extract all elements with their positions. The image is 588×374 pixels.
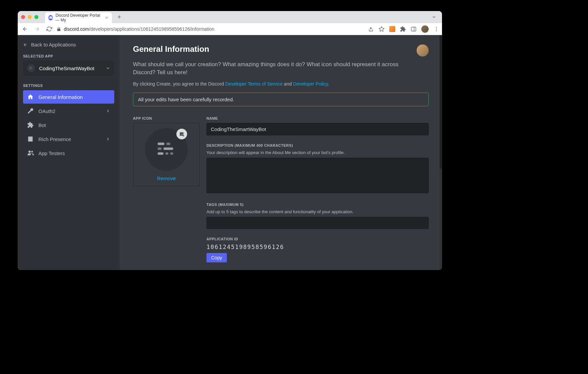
browser-window: Discord Developer Portal — My + discord.… <box>18 11 442 270</box>
save-notice: All your edits have been carefully recor… <box>133 93 429 106</box>
reload-button[interactable] <box>44 24 54 34</box>
tags-label: TAGS (MAXIMUM 5) <box>206 203 429 207</box>
name-input[interactable] <box>206 123 429 135</box>
description-label: DESCRIPTION (MAXIMUM 400 CHARACTERS) <box>206 143 429 147</box>
sidebar-item-label: OAuth2 <box>38 108 55 114</box>
extensions-icon[interactable] <box>400 26 406 32</box>
app-icon-box: Remove <box>133 123 200 186</box>
selected-app-dropdown[interactable]: CodingTheSmartWayBot <box>23 61 114 76</box>
developer-tos-link[interactable]: Developer Terms of Service <box>225 81 283 87</box>
svg-rect-10 <box>163 147 173 150</box>
developer-policy-link[interactable]: Developer Policy <box>293 81 328 87</box>
window-controls <box>21 15 38 19</box>
sidepanel-icon[interactable] <box>411 26 417 32</box>
menu-dots-icon[interactable] <box>433 26 439 32</box>
share-icon[interactable] <box>368 26 374 32</box>
back-to-applications-link[interactable]: Back to Applications <box>23 42 114 47</box>
svg-rect-4 <box>29 67 32 68</box>
svg-rect-7 <box>158 142 164 145</box>
url-field[interactable]: discord.com/developers/applications/1061… <box>56 26 365 32</box>
close-tab-icon[interactable] <box>105 15 109 20</box>
sidebar-item-label: Bot <box>38 122 46 128</box>
page-description: What should we call your creation? What … <box>133 60 420 77</box>
svg-point-1 <box>436 27 437 27</box>
application-id-value: 1061245198958596126 <box>206 244 429 250</box>
arrow-left-icon <box>23 42 28 47</box>
wrench-icon <box>27 108 34 114</box>
chevron-right-icon <box>106 109 110 113</box>
terms-and: and <box>283 81 293 87</box>
svg-rect-0 <box>411 27 416 31</box>
new-tab-button[interactable]: + <box>115 12 124 22</box>
url-path: /developers/applications/106124519895859… <box>89 26 214 32</box>
settings-header: SETTINGS <box>23 84 114 88</box>
upload-image-icon[interactable] <box>176 129 187 139</box>
tags-input[interactable] <box>206 217 429 229</box>
home-icon <box>27 94 34 100</box>
sidebar-item-app-testers[interactable]: App Testers <box>23 146 114 160</box>
sidebar-item-label: General Information <box>38 94 83 100</box>
user-avatar[interactable] <box>417 44 429 56</box>
tags-hint: Add up to 5 tags to describe the content… <box>206 209 429 214</box>
extension-metamask-icon[interactable] <box>389 26 395 32</box>
sidebar: Back to Applications SELECTED APP Coding… <box>18 35 120 270</box>
svg-rect-5 <box>29 68 32 68</box>
svg-rect-12 <box>165 152 168 154</box>
scrollbar-track[interactable] <box>439 35 442 270</box>
bookmark-star-icon[interactable] <box>379 26 385 32</box>
svg-rect-6 <box>29 69 31 69</box>
svg-rect-8 <box>166 142 170 145</box>
application-id-label: APPLICATION ID <box>206 237 429 241</box>
sidebar-item-rich-presence[interactable]: Rich Presence <box>23 132 114 146</box>
document-icon <box>27 136 34 142</box>
sidebar-item-oauth2[interactable]: OAuth2 <box>23 104 114 118</box>
svg-point-2 <box>436 28 437 29</box>
svg-rect-13 <box>170 152 173 154</box>
form-row: APP ICON <box>133 116 429 262</box>
address-bar: discord.com/developers/applications/1061… <box>18 23 442 35</box>
users-icon <box>27 150 34 156</box>
remove-icon-link[interactable]: Remove <box>157 175 176 181</box>
description-hint: Your description will appear in the Abou… <box>206 150 429 155</box>
back-button[interactable] <box>20 24 30 34</box>
scrollbar-thumb[interactable] <box>440 35 442 169</box>
page-title: General Information <box>133 44 209 54</box>
browser-tab[interactable]: Discord Developer Portal — My <box>45 12 112 23</box>
chevron-right-icon <box>106 137 110 141</box>
terms-prefix: By clicking Create, you agree to the Dis… <box>133 81 225 87</box>
app-icon-image <box>155 138 178 161</box>
maximize-window-button[interactable] <box>34 15 38 19</box>
app-icon-thumb <box>27 64 35 72</box>
sidebar-item-bot[interactable]: Bot <box>23 118 114 132</box>
profile-avatar-icon[interactable] <box>421 25 429 33</box>
forward-button[interactable] <box>32 24 42 34</box>
main-content: General Information What should we call … <box>120 35 442 270</box>
tab-dropdown-icon[interactable] <box>429 12 439 22</box>
app-body: Back to Applications SELECTED APP Coding… <box>18 35 442 270</box>
selected-app-name: CodingTheSmartWayBot <box>39 66 102 71</box>
svg-rect-11 <box>158 152 164 154</box>
description-input[interactable] <box>206 158 429 193</box>
terms-period: . <box>328 81 329 87</box>
tab-title: Discord Developer Portal — My <box>55 13 102 22</box>
close-window-button[interactable] <box>21 15 25 19</box>
sidebar-item-label: App Testers <box>38 150 65 156</box>
url-domain: discord.com <box>64 26 89 32</box>
copy-button[interactable]: Copy <box>206 253 227 262</box>
app-icon-preview[interactable] <box>145 128 188 171</box>
tab-strip: Discord Developer Portal — My + <box>18 11 442 23</box>
puzzle-icon <box>27 122 34 128</box>
terms-line: By clicking Create, you agree to the Dis… <box>133 81 429 87</box>
sidebar-item-label: Rich Presence <box>38 136 71 142</box>
name-label: NAME <box>206 116 429 120</box>
sidebar-item-general-information[interactable]: General Information <box>23 90 114 104</box>
address-actions <box>368 25 439 33</box>
svg-point-3 <box>436 30 437 31</box>
discord-favicon-icon <box>48 15 53 20</box>
minimize-window-button[interactable] <box>28 15 32 19</box>
col-fields: NAME DESCRIPTION (MAXIMUM 400 CHARACTERS… <box>206 116 429 262</box>
chevron-down-icon <box>106 66 110 71</box>
svg-rect-9 <box>158 147 162 150</box>
selected-app-header: SELECTED APP <box>23 54 114 58</box>
col-app-icon: APP ICON <box>133 116 200 262</box>
